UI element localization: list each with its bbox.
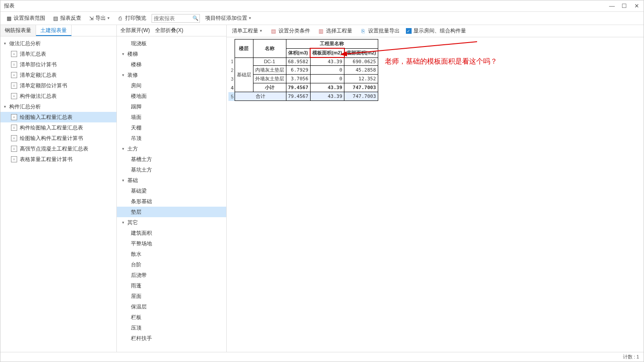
checkbox-checked-icon: ✓ [406,28,412,34]
chevron-down-icon: ▼ [107,16,110,20]
tree-item[interactable]: ≡绘图输入构件工程量计算书 [0,133,116,143]
document-icon: ≡ [11,114,17,120]
middle-tree: 现浇板▾楼梯楼梯▾装修房间楼地面踢脚墙面天棚吊顶▾土方基槽土方基坑土方▾基础基础… [117,36,226,352]
tree-leaf[interactable]: 散水 [117,249,226,259]
tab-civil[interactable]: 土建报表量 [36,25,72,36]
list-quantity-button[interactable]: 清单工程量▼ [230,26,264,36]
tree-leaf[interactable]: 栏杆扶手 [117,333,226,344]
col-floor: 楼层 [235,39,253,58]
tree-leaf[interactable]: 基础梁 [117,186,226,196]
chevron-down-icon: ▼ [259,29,263,33]
tree-leaf[interactable]: 基槽土方 [117,154,226,165]
document-icon: ≡ [11,156,17,162]
document-icon: ≡ [11,146,17,152]
floor-group-cell: 基础层 [235,57,253,92]
tree-leaf[interactable]: 房间 [117,80,226,91]
tree-leaf[interactable]: 雨蓬 [117,280,226,291]
middle-header: 全部展开(W) 全部折叠(X) [117,25,226,36]
category-node[interactable]: ▾土方 [117,143,226,154]
search-box: 🔍 [152,14,200,23]
tree-item[interactable]: ≡清单部位计算书 [0,59,116,70]
statusbar: 计数 : 1 [0,352,644,362]
set-condition-button[interactable]: ▤设置分类条件 [269,26,312,36]
table-total-row[interactable]: 5 合计 79.4567 43.39 747.7003 [228,92,378,101]
tree-leaf[interactable]: 后浇带 [117,270,226,280]
category-node[interactable]: ▾楼梯 [117,49,226,59]
tree-leaf[interactable]: 墙面 [117,112,226,122]
show-room-checkbox[interactable]: ✓显示房间、组合构件量 [406,27,466,35]
table-icon: ▤ [52,15,58,22]
chevron-down-icon: ▾ [122,52,127,56]
tab-rebar[interactable]: 钢筋报表量 [0,25,36,36]
tree-leaf[interactable]: 压顶 [117,323,226,333]
collapse-all-button[interactable]: 全部折叠(X) [155,27,183,34]
tree-item[interactable]: ≡构件做法汇总表 [0,91,116,101]
tree-item[interactable]: ≡高强节点混凝土工程量汇总表 [0,143,116,154]
tree-item[interactable]: ≡清单汇总表 [0,49,116,59]
batch-export-button[interactable]: ⎘设置批量导出 [358,26,402,36]
tree-leaf[interactable]: 垫层 [117,207,226,217]
tree-item[interactable]: ≡清单定额汇总表 [0,70,116,80]
tree-leaf[interactable]: 现浇板 [117,38,226,49]
left-tree: ▾做法汇总分析 ≡清单汇总表 ≡清单部位计算书 ≡清单定额汇总表 ≡清单定额部位… [0,36,116,352]
category-node[interactable]: ▾其它 [117,217,226,228]
chevron-down-icon: ▾ [122,147,127,151]
table-row[interactable]: 1 基础层 DC-1 68.9582 43.39 690.0625 [228,57,378,66]
category-node[interactable]: ▾基础 [117,175,226,186]
tree-leaf[interactable]: 基坑土方 [117,165,226,175]
tree-leaf[interactable]: 条形基础 [117,196,226,207]
document-icon: ≡ [11,125,17,131]
maximize-button[interactable]: ☐ [621,3,628,10]
tree-item[interactable]: ≡清单定额部位计算书 [0,80,116,91]
tree-leaf[interactable]: 踢脚 [117,101,226,112]
tree-item[interactable]: ≡构件绘图输入工程量汇总表 [0,122,116,133]
report-recheck-button[interactable]: ▤报表反查 [51,14,83,23]
right-panel: 清单工程量▼ ▤设置分类条件 ▥选择工程量 ⎘设置批量导出 ✓显示房间、组合构件… [227,25,644,352]
col-qty-name: 工程里名称 [286,39,378,49]
category-node[interactable]: ▾装修 [117,70,226,80]
feature-position-button[interactable]: 项目特征添加位置▼ [203,14,253,23]
tree-leaf[interactable]: 天棚 [117,122,226,133]
tree-item-drawing-input-summary[interactable]: ≡绘图输入工程量汇总表 [0,112,116,122]
status-count: 计数 : 1 [623,354,639,360]
chevron-down-icon: ▾ [122,178,127,183]
close-button[interactable]: ✕ [633,3,640,10]
tree-leaf[interactable]: 楼梯 [117,59,226,70]
search-icon[interactable]: 🔍 [192,15,199,21]
tree-leaf[interactable]: 栏板 [117,312,226,323]
set-report-range-button[interactable]: ▦设置报表范围 [4,14,47,23]
export-icon: ⇲ [88,15,94,22]
select-quantity-button[interactable]: ▥选择工程量 [316,26,354,36]
window-controls: — ☐ ✕ [608,3,640,10]
left-panel: 钢筋报表量 土建报表量 ▾做法汇总分析 ≡清单汇总表 ≡清单部位计算书 ≡清单定… [0,25,117,352]
minimize-button[interactable]: — [608,3,615,10]
tree-group-methods[interactable]: ▾做法汇总分析 [0,38,116,49]
middle-panel: 全部展开(W) 全部折叠(X) 现浇板▾楼梯楼梯▾装修房间楼地面踢脚墙面天棚吊顶… [117,25,227,352]
export-button[interactable]: ⇲导出▼ [87,14,112,23]
document-icon: ≡ [11,61,17,68]
annotation-text: 老师，基础的模板面积是看这个吗？ [385,57,497,66]
print-preview-button[interactable]: ⎙打印预览 [116,14,148,23]
tree-group-components[interactable]: ▾构件汇总分析 [0,101,116,112]
list-icon: ▥ [318,28,324,34]
col-form-area: 模板面积(m2) [310,48,344,57]
document-icon: ≡ [11,93,17,99]
grid-icon: ▦ [6,15,12,22]
tree-leaf[interactable]: 保温层 [117,301,226,312]
tree-item[interactable]: ≡表格算量工程量计算书 [0,154,116,165]
document-icon: ≡ [11,82,17,89]
tree-leaf[interactable]: 屋面 [117,291,226,301]
tree-leaf[interactable]: 台阶 [117,259,226,270]
tree-leaf[interactable]: 建筑面积 [117,228,226,238]
tree-leaf[interactable]: 平整场地 [117,238,226,249]
col-name: 名称 [253,39,286,58]
document-icon: ≡ [11,72,17,78]
chevron-down-icon: ▾ [122,73,127,77]
col-bottom-area: 底部面积(m2) [344,48,378,57]
document-icon: ≡ [11,135,17,141]
tree-leaf[interactable]: 吊顶 [117,133,226,143]
filter-icon: ▤ [271,28,277,34]
expand-all-button[interactable]: 全部展开(W) [120,27,150,34]
export-icon: ⎘ [360,28,366,34]
tree-leaf[interactable]: 楼地面 [117,91,226,101]
